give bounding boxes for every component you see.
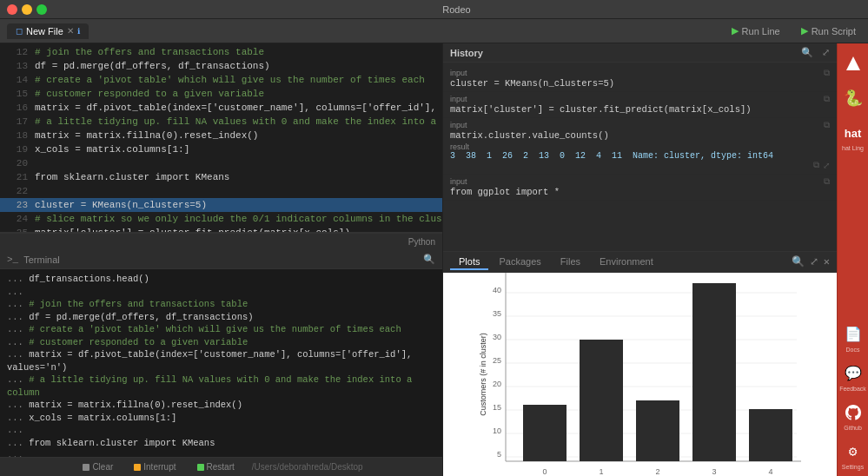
interrupt-dot [134, 464, 141, 471]
svg-text:2: 2 [655, 467, 659, 476]
hat-label: hat Ling [842, 145, 864, 151]
close-icon[interactable]: ✕ [824, 255, 830, 268]
sidebar-item-github[interactable]: Github [838, 396, 868, 433]
line-13: 13 df = pd.merge(df_offers, df_transacti… [0, 59, 442, 73]
line-20: 20 [0, 156, 442, 170]
sidebar-item-settings[interactable]: ⚙ Settings [838, 435, 868, 473]
history-search-icon[interactable]: 🔍 [801, 47, 813, 58]
history-code-2: matrix['cluster'] = cluster.fit_predict(… [450, 104, 830, 115]
terminal-search-icon[interactable]: 🔍 [423, 254, 435, 265]
history-item-1: input ⧉ cluster = KMeans(n_clusters=5) [443, 66, 837, 92]
window-title: Rodeo [52, 4, 861, 15]
traffic-lights [7, 4, 47, 15]
run-line-label: Run Line [742, 26, 780, 36]
svg-rect-28 [636, 400, 679, 461]
terminal-line: ... # join the offers and transactions t… [7, 298, 435, 311]
sidebar-item-python[interactable]: 🐍 [838, 82, 868, 115]
terminal-line: ... matrix = matrix.fillna(0).reset_inde… [7, 399, 435, 412]
terminal-header: >_ Terminal 🔍 [0, 250, 442, 269]
sidebar-item-feedback[interactable]: 💬 Feedback [838, 357, 868, 394]
copy-icon-3[interactable]: ⧉ [824, 121, 830, 130]
tab-files[interactable]: Files [552, 255, 589, 270]
sidebar-item-rodeo[interactable] [838, 47, 868, 80]
line-19: 19 x_cols = matrix.columns[1:] [0, 142, 442, 156]
terminal-line: ... [7, 424, 435, 437]
tab-label: New File [26, 26, 63, 36]
terminal-line: ... # create a 'pivot table' which will … [7, 323, 435, 336]
maximize-button[interactable] [36, 4, 47, 15]
feedback-icon: 💬 [839, 360, 867, 387]
run-script-label: Run Script [812, 26, 856, 36]
interrupt-button[interactable]: Interrupt [130, 461, 179, 473]
tabbar: ◻ New File ✕ ℹ ▶ Run Line ▶ Run Script [0, 19, 868, 43]
result-actions: ⧉ ⤢ [450, 161, 830, 171]
svg-text:25: 25 [492, 356, 500, 365]
line-14: 14 # create a 'pivot table' which will g… [0, 73, 442, 87]
copy-icon-1[interactable]: ⧉ [824, 69, 830, 78]
terminal-line: ... df_transactions.head() [7, 273, 435, 286]
terminal-line: ... from sklearn.cluster import KMeans [7, 437, 435, 450]
python-icon: 🐍 [839, 84, 867, 112]
copy-icon-2[interactable]: ⧉ [824, 95, 830, 104]
line-23: 23 cluster = KMeans(n_clusters=5) [0, 198, 442, 212]
terminal-line: ... # customer responded to a given vari… [7, 336, 435, 349]
history-panel: History 🔍 ⤢ input ⧉ cluster = KMeans(n_c… [443, 43, 837, 252]
bottom-tabbar: Plots Packages Files Environment 🔍 ⤢ ✕ [443, 252, 837, 273]
play-icon: ▶ [732, 25, 739, 36]
copy-icon-4[interactable]: ⧉ [824, 177, 830, 187]
svg-text:10: 10 [492, 426, 500, 435]
expand-icon[interactable]: ⤢ [810, 255, 818, 268]
run-line-button[interactable]: ▶ Run Line [726, 23, 785, 38]
tab-plots[interactable]: Plots [450, 255, 488, 270]
sidebar-item-hat[interactable]: hat hat Ling [838, 116, 868, 154]
history-code-4: from ggplot import * [450, 187, 830, 197]
svg-text:5: 5 [496, 450, 500, 459]
editor-footer: Python [0, 233, 442, 250]
svg-text:15: 15 [492, 403, 500, 412]
close-button[interactable] [7, 4, 17, 15]
copy-result-icon[interactable]: ⧉ [813, 161, 819, 171]
terminal-path: /Users/deborahreda/Desktop [252, 462, 363, 472]
clear-button[interactable]: Clear [79, 461, 116, 473]
tab-close-icon[interactable]: ✕ [67, 26, 74, 36]
history-code-3: matrix.cluster.value_counts() [450, 130, 830, 141]
svg-marker-37 [846, 56, 860, 70]
line-24: 24 # slice matrix so we only include the… [0, 212, 442, 226]
terminal-title: Terminal [23, 255, 60, 265]
restart-button[interactable]: Restart [194, 461, 238, 473]
tab-packages[interactable]: Packages [490, 255, 549, 270]
svg-text:3: 3 [712, 467, 716, 476]
docs-label: Docs [846, 347, 860, 353]
code-editor[interactable]: 12 # join the offers and transactions ta… [0, 43, 442, 233]
line-21: 21 from sklearn.cluster import KMeans [0, 170, 442, 184]
restart-dot [197, 464, 204, 471]
github-label: Github [844, 425, 862, 431]
line-16: 16 matrix = df.pivot_table(index=['custo… [0, 101, 442, 115]
svg-text:35: 35 [492, 309, 500, 318]
terminal-panel: >_ Terminal 🔍 ... df_transactions.head()… [0, 250, 442, 476]
interrupt-label: Interrupt [143, 462, 176, 472]
line-18: 18 matrix = matrix.fillna(0).reset_index… [0, 129, 442, 142]
svg-rect-30 [749, 409, 792, 461]
history-expand-icon[interactable]: ⤢ [822, 47, 830, 58]
terminal-body[interactable]: ... df_transactions.head() ... ... # joi… [0, 269, 442, 457]
file-icon: ◻ [16, 26, 23, 36]
svg-text:20: 20 [492, 380, 500, 388]
svg-text:1: 1 [599, 467, 603, 476]
right-sidebar: 🐍 hat hat Ling 📄 Docs 💬 Feedback Github … [837, 43, 868, 476]
tab-environment[interactable]: Environment [591, 255, 662, 270]
settings-label: Settings [842, 464, 864, 470]
docs-icon: 📄 [839, 321, 867, 348]
history-result-3: 3 38 1 26 2 13 0 12 4 11 Name: cluster, … [450, 151, 830, 161]
expand-result-icon[interactable]: ⤢ [823, 161, 830, 171]
search-icon[interactable]: 🔍 [792, 255, 805, 268]
minimize-button[interactable] [22, 4, 32, 15]
terminal-line: ... matrix = df.pivot_table(index=['cust… [7, 348, 435, 374]
svg-rect-29 [692, 283, 736, 461]
terminal-line: ... df = pd.merge(df_offers, df_transact… [7, 311, 435, 324]
tab-info-icon: ℹ [77, 27, 80, 36]
tab-new-file[interactable]: ◻ New File ✕ ℹ [7, 23, 89, 39]
run-script-button[interactable]: ▶ Run Script [796, 23, 861, 38]
sidebar-item-docs[interactable]: 📄 Docs [838, 318, 868, 355]
terminal-footer: Clear Interrupt Restart /Users/deborahre… [0, 457, 442, 476]
